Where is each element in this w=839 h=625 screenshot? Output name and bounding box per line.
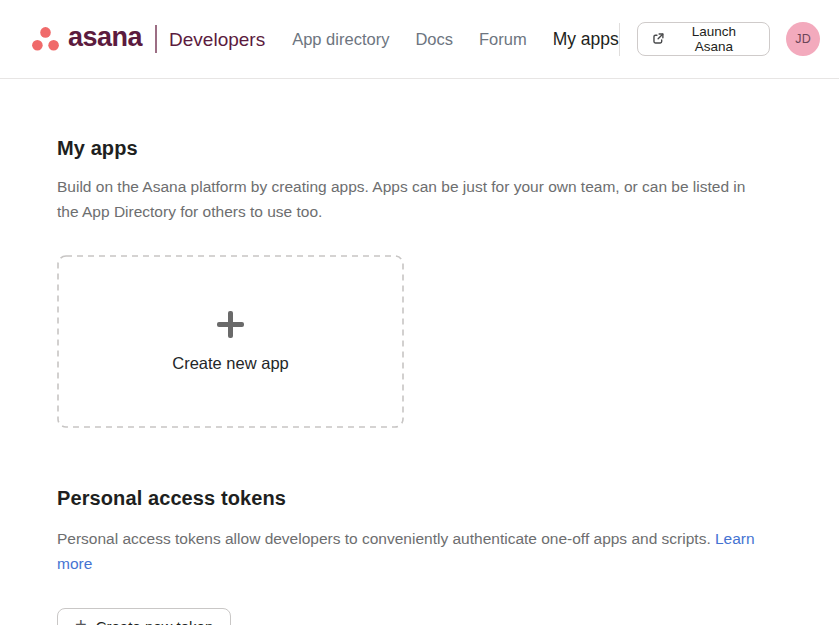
- my-apps-section: My apps Build on the Asana platform by c…: [57, 137, 767, 428]
- plus-icon: +: [75, 615, 87, 625]
- my-apps-description: Build on the Asana platform by creating …: [57, 174, 767, 224]
- nav-divider: [619, 23, 620, 56]
- product-name: Developers: [169, 30, 265, 49]
- dashed-border: [57, 255, 404, 428]
- personal-access-tokens-section: Personal access tokens Personal access t…: [57, 487, 767, 625]
- launch-asana-label: Launch Asana: [672, 24, 757, 54]
- tokens-description-text: Personal access tokens allow developers …: [57, 530, 715, 547]
- create-new-token-label: Create new token: [96, 618, 214, 625]
- asana-developers-logo[interactable]: asana Developers: [32, 24, 265, 54]
- avatar-initials: JD: [795, 32, 811, 46]
- plus-icon: [217, 311, 244, 338]
- asana-wordmark: asana: [68, 24, 142, 54]
- nav-item-docs[interactable]: Docs: [415, 30, 453, 49]
- page-content: My apps Build on the Asana platform by c…: [0, 79, 824, 625]
- header-right-group: Launch Asana JD: [619, 22, 820, 56]
- nav-item-app-directory[interactable]: App directory: [292, 30, 389, 49]
- nav-item-forum[interactable]: Forum: [479, 30, 527, 49]
- tokens-title: Personal access tokens: [57, 487, 767, 510]
- main-nav: App directory Docs Forum My apps: [292, 29, 619, 50]
- avatar[interactable]: JD: [786, 22, 820, 56]
- my-apps-title: My apps: [57, 137, 767, 160]
- tokens-description: Personal access tokens allow developers …: [57, 526, 767, 576]
- create-new-app-card[interactable]: Create new app: [57, 255, 404, 428]
- brand-separator: [155, 25, 157, 53]
- asana-three-dots-icon: [32, 27, 59, 51]
- launch-asana-button[interactable]: Launch Asana: [637, 22, 771, 56]
- top-navigation-bar: asana Developers App directory Docs Foru…: [0, 0, 839, 79]
- create-new-token-button[interactable]: + Create new token: [57, 608, 231, 625]
- external-link-icon: [651, 32, 665, 46]
- nav-item-my-apps[interactable]: My apps: [553, 29, 619, 50]
